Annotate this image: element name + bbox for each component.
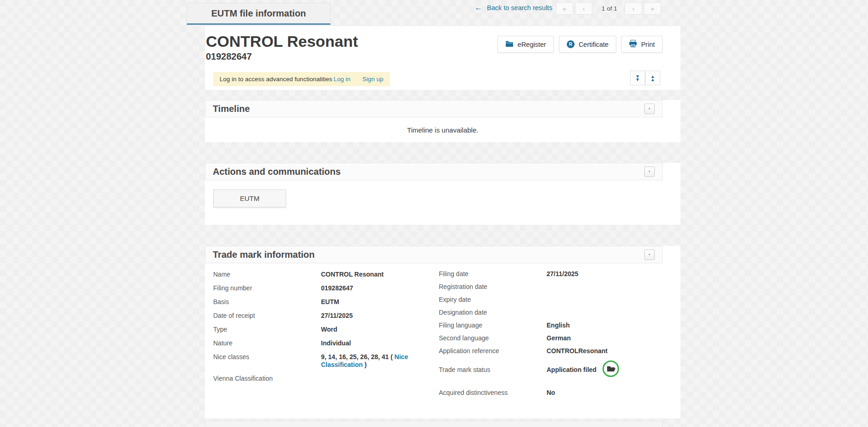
expand-all-button[interactable]: ▼ ▼: [630, 71, 645, 85]
field-label: Nice classes: [213, 353, 321, 369]
back-to-search-results-link[interactable]: ← Back to search results: [475, 4, 553, 11]
field-row-nature: Nature Individual: [213, 337, 439, 350]
field-value: Word: [321, 326, 337, 333]
collapse-all-button[interactable]: ▲ ▲: [645, 71, 660, 85]
trademark-left-column: Name CONTROL Resonant Filing number 0192…: [213, 268, 439, 418]
registered-icon: R: [567, 40, 575, 48]
field-row-filing-number: Filing number 019282647: [213, 282, 439, 295]
expand-collapse-all-buttons: ▼ ▼ ▲ ▲: [630, 71, 660, 85]
nice-classes-suffix: ): [363, 361, 367, 368]
chevron-down-icon: ▼: [636, 78, 640, 81]
timeline-unavailable-message: Timeline is unavailable.: [407, 126, 478, 134]
tab-label: EUTM file information: [211, 8, 306, 19]
field-label: Acquired distinctiveness: [439, 389, 547, 397]
first-page-icon: «: [563, 5, 566, 12]
field-value: EUTM: [321, 298, 339, 306]
nice-classes-list: 9, 14, 16, 25, 26, 28, 41 (: [321, 353, 394, 360]
trade-mark-status-value: Application filed: [547, 366, 597, 374]
timeline-content: Timeline is unavailable.: [205, 117, 680, 142]
field-label: Designation date: [439, 309, 547, 316]
eutm-tab-button[interactable]: EUTM: [213, 189, 286, 207]
field-value: No: [547, 389, 555, 397]
collapse-section-icon: ▪: [649, 170, 650, 173]
certificate-button[interactable]: R Certificate: [559, 36, 616, 53]
field-row-basis: Basis EUTM: [213, 295, 439, 309]
timeline-collapse-button[interactable]: ▪: [644, 104, 655, 114]
eregister-button[interactable]: eRegister: [498, 36, 554, 53]
field-label: Vienna Classification: [213, 375, 321, 383]
field-label: Trade mark status: [439, 366, 547, 374]
actions-communications-section: Actions and communications ▪ EUTM: [205, 163, 680, 225]
field-label: Filing language: [439, 322, 547, 329]
field-label: Application reference: [439, 347, 547, 355]
field-value: German: [547, 334, 571, 342]
folder-icon: [505, 40, 514, 49]
field-row-trade-mark-status: Trade mark status Application filed: [439, 358, 672, 382]
field-row-second-language: Second language German: [439, 332, 672, 345]
print-button-label: Print: [641, 41, 655, 48]
trademark-section-title: Trade mark information: [213, 250, 315, 260]
actions-section-content: EUTM: [205, 180, 680, 225]
field-row-type: Type Word: [213, 323, 439, 337]
eutm-tab-button-label: EUTM: [240, 194, 260, 202]
eregister-button-label: eRegister: [518, 41, 546, 48]
actions-section-title: Actions and communications: [213, 166, 341, 177]
field-label: Type: [213, 326, 321, 333]
page: EUTM file information ← Back to search r…: [0, 0, 868, 427]
field-row-expiry-date: Expiry date: [439, 294, 672, 306]
pagination-first-button[interactable]: «: [556, 2, 573, 15]
login-bar: Log in to access advanced functionalitie…: [213, 72, 390, 86]
pagination-prev-button[interactable]: ‹: [575, 2, 592, 15]
field-value: 9, 14, 16, 25, 26, 28, 41 ( Nice Classif…: [321, 353, 439, 369]
field-label: Expiry date: [439, 296, 547, 304]
field-row-filing-language: Filing language English: [439, 319, 672, 332]
collapse-section-icon: ▪: [649, 107, 650, 111]
trademark-collapse-button[interactable]: ▪: [644, 250, 655, 260]
field-value: 27/11/2025: [547, 270, 578, 278]
field-row-name: Name CONTROL Resonant: [213, 268, 439, 282]
field-value: 019282647: [321, 284, 353, 292]
field-label: Filing date: [439, 270, 547, 278]
header-block: CONTROL Resonant 019282647 eRegister R C…: [205, 26, 680, 90]
back-link-label: Back to search results: [487, 4, 553, 11]
field-row-vienna-classification: Vienna Classification: [213, 372, 439, 386]
prev-page-icon: ‹: [583, 5, 585, 12]
tab-eutm-file-information[interactable]: EUTM file information: [187, 3, 331, 25]
signup-link[interactable]: Sign up: [362, 76, 383, 83]
field-row-nice-classes: Nice classes 9, 14, 16, 25, 26, 28, 41 (…: [213, 350, 439, 372]
field-label: Filing number: [213, 284, 321, 292]
pagination-last-button[interactable]: »: [644, 2, 661, 15]
field-value: Individual: [321, 339, 351, 347]
trademark-information-section: Trade mark information ▪ Name CONTROL Re…: [205, 246, 680, 418]
login-link[interactable]: Log in: [333, 76, 350, 83]
field-value: CONTROLResonant: [547, 347, 608, 355]
field-label: Nature: [213, 339, 321, 347]
field-row-filing-date: Filing date 27/11/2025: [439, 268, 672, 281]
field-label: Second language: [439, 334, 547, 342]
certificate-button-label: Certificate: [579, 41, 608, 48]
print-button[interactable]: Print: [621, 36, 663, 53]
pagination-next-button[interactable]: ›: [625, 2, 642, 15]
login-bar-message: Log in to access advanced functionalitie…: [220, 76, 332, 83]
timeline-section-header: Timeline ▪: [205, 100, 663, 117]
field-label: Date of receipt: [213, 312, 321, 320]
main-content: CONTROL Resonant 019282647 eRegister R C…: [205, 26, 680, 427]
collapse-section-icon: ▪: [649, 253, 650, 256]
printer-icon: [629, 40, 637, 49]
actions-collapse-button[interactable]: ▪: [644, 166, 655, 177]
next-section-header-partial: [205, 421, 663, 427]
field-label: Registration date: [439, 283, 547, 291]
timeline-section: Timeline ▪ Timeline is unavailable.: [205, 100, 680, 142]
trademark-right-column: Filing date 27/11/2025 Registration date…: [439, 268, 672, 418]
open-folder-status-icon: [602, 360, 619, 379]
field-value: 27/11/2025: [321, 312, 353, 320]
page-indicator: 1 of 1: [596, 5, 623, 12]
timeline-section-title: Timeline: [213, 104, 250, 114]
trademark-section-content: Name CONTROL Resonant Filing number 0192…: [205, 263, 680, 418]
back-arrow-icon: ←: [475, 4, 482, 11]
field-row-acquired-distinctiveness: Acquired distinctiveness No: [439, 387, 672, 399]
field-label: Basis: [213, 298, 321, 306]
last-page-icon: »: [651, 5, 654, 12]
field-row-designation-date: Designation date: [439, 306, 672, 319]
next-page-icon: ›: [632, 5, 635, 12]
